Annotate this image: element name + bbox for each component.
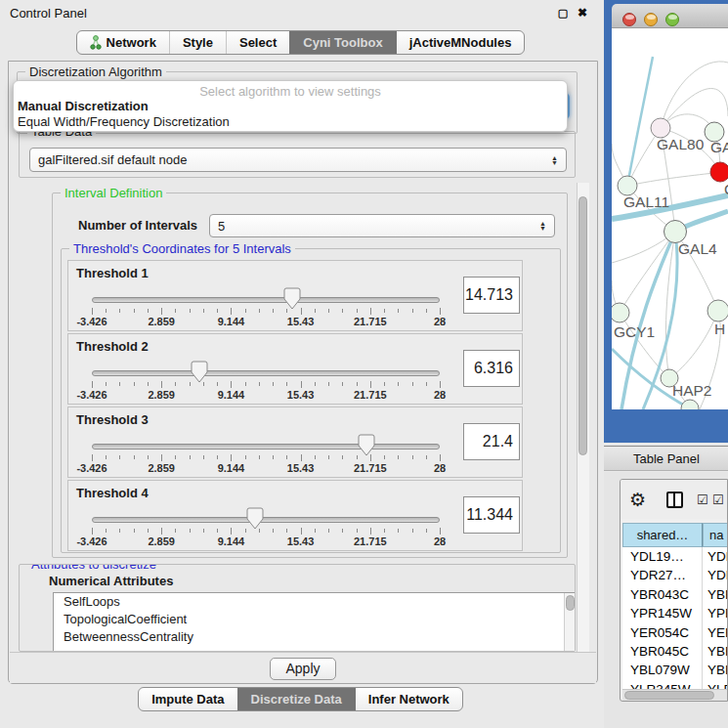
table-row[interactable]: YBR045C YBR0	[622, 642, 728, 661]
table-row[interactable]: YLR345W YLR3	[622, 680, 728, 689]
cell-name[interactable]: YBR0	[703, 585, 728, 604]
tab-select[interactable]: Select	[226, 31, 289, 54]
float-window-icon[interactable]: ▢	[555, 5, 571, 21]
tick-mark	[190, 309, 191, 313]
apply-button[interactable]: Apply	[270, 658, 336, 680]
tick-mark	[301, 381, 302, 388]
scrollbar-thumb[interactable]	[566, 595, 575, 611]
gear-icon[interactable]: ⚙	[629, 489, 646, 511]
settings-scrollbar[interactable]	[577, 183, 589, 652]
columns-icon[interactable]	[666, 492, 683, 508]
slider-track[interactable]	[92, 297, 440, 303]
slider-track[interactable]	[92, 370, 440, 376]
tab-infer-network[interactable]: Infer Network	[355, 688, 462, 710]
cell-name[interactable]: YPR1	[703, 604, 728, 622]
network-view-window: GAL80GACGAL11GAL4GCY1HHAP2	[604, 0, 728, 443]
cell-shared-name[interactable]: YBR045C	[622, 642, 703, 661]
cell-shared-name[interactable]: YPR145W	[622, 604, 703, 622]
checkbox-icon[interactable]: ☑	[712, 492, 724, 507]
slider-thumb-icon[interactable]	[191, 361, 208, 383]
table-row[interactable]: YBR043C YBR0	[622, 585, 728, 604]
cell-name[interactable]: YBL0	[703, 661, 728, 679]
table-row[interactable]: YER054C YER0	[622, 623, 728, 642]
table-horizontal-scrollbar[interactable]	[622, 689, 728, 701]
cell-name[interactable]: YBR0	[703, 642, 728, 661]
attributes-listbox[interactable]: SelfLoops TopologicalCoefficient Between…	[53, 592, 576, 652]
tab-discretize-data[interactable]: Discretize Data	[237, 688, 355, 710]
tick-mark	[328, 309, 329, 313]
cell-name[interactable]: YDR2	[703, 566, 728, 584]
tick-mark	[148, 309, 149, 313]
slider-thumb-icon[interactable]	[246, 507, 264, 530]
slider-track[interactable]	[92, 444, 440, 450]
list-item[interactable]: TopologicalCoefficient	[54, 611, 576, 628]
list-item[interactable]: BetweennessCentrality	[54, 628, 576, 646]
list-scrollbar[interactable]	[564, 593, 576, 652]
cell-shared-name[interactable]: YDR27…	[622, 566, 703, 584]
close-traffic-light-icon[interactable]	[622, 13, 636, 26]
cell-shared-name[interactable]: YBL079W	[622, 661, 703, 679]
tab-jactivemnodules[interactable]: jActiveMNodules	[396, 31, 525, 54]
network-node[interactable]	[710, 162, 728, 182]
cell-shared-name[interactable]: YER054C	[622, 623, 703, 642]
cell-name[interactable]: YER0	[703, 623, 728, 642]
group-title: Interval Definition	[61, 186, 166, 200]
tick-mark	[301, 528, 302, 535]
slider-thumb-icon[interactable]	[283, 287, 301, 310]
threshold-value-field[interactable]: 21.4	[463, 423, 520, 460]
threshold-slider[interactable]: -3.4262.8599.14415.4321.71528	[92, 407, 440, 479]
table-row[interactable]: YBL079W YBL0	[622, 661, 728, 679]
column-header-shared-name[interactable]: shared…	[622, 523, 703, 547]
threshold-value-field[interactable]: 11.344	[463, 496, 520, 534]
dropdown-option-manual[interactable]: Manual Discretization	[14, 99, 567, 114]
close-window-icon[interactable]: ✖	[575, 5, 590, 21]
threshold-slider[interactable]: -3.4262.8599.14415.4321.71528	[92, 334, 440, 406]
tick-mark	[357, 382, 358, 386]
column-header-name[interactable]: na	[703, 523, 728, 547]
threshold-value-field[interactable]: 14.713	[463, 277, 520, 314]
tab-style[interactable]: Style	[169, 31, 226, 54]
threshold-value-field[interactable]: 6.316	[463, 350, 520, 387]
interval-definition-group: Interval Definition Number of Intervals …	[52, 193, 568, 558]
table-row[interactable]: YDL19… YDL1	[622, 547, 728, 566]
network-node[interactable]	[681, 400, 699, 409]
tick-mark	[119, 455, 120, 459]
threshold-slider[interactable]: -3.4262.8599.14415.4321.71528	[92, 481, 440, 552]
network-node[interactable]	[612, 303, 629, 322]
network-window-titlebar[interactable]	[612, 4, 728, 28]
tab-network[interactable]: Network	[77, 31, 169, 54]
cell-shared-name[interactable]: YBR043C	[622, 585, 703, 604]
cell-shared-name[interactable]: YLR345W	[622, 680, 703, 689]
cell-name[interactable]: YDL1	[703, 547, 728, 566]
tick-mark	[342, 309, 343, 313]
tab-cyni-toolbox[interactable]: Cyni Toolbox	[289, 31, 395, 54]
tick-mark	[301, 454, 302, 461]
minimize-traffic-light-icon[interactable]	[644, 13, 658, 26]
cell-shared-name[interactable]: YDL19…	[622, 547, 703, 566]
tick-label: -3.426	[76, 462, 107, 474]
scrollbar-thumb[interactable]	[624, 691, 714, 700]
network-canvas[interactable]: GAL80GACGAL11GAL4GCY1HHAP2	[612, 28, 728, 409]
table-row[interactable]: YPR145W YPR1	[622, 604, 728, 622]
tick-mark	[92, 528, 93, 535]
network-node[interactable]	[618, 176, 637, 195]
network-node[interactable]	[651, 118, 670, 138]
cell-name[interactable]: YLR3	[703, 680, 728, 689]
number-of-intervals-combobox[interactable]: 5 ▲▼	[209, 214, 555, 237]
threshold-slider[interactable]: -3.4262.8599.14415.4321.71528	[92, 261, 440, 332]
table-data-combobox[interactable]: galFiltered.sif default node ▲▼	[29, 148, 567, 172]
tab-impute-data[interactable]: Impute Data	[139, 688, 236, 710]
list-item[interactable]: SelfLoops	[54, 593, 576, 611]
tick-label: 21.715	[354, 316, 387, 327]
checkbox-icon[interactable]: ☑	[697, 492, 708, 507]
node-label: H	[714, 321, 725, 337]
tick-mark	[175, 529, 176, 533]
dropdown-option-equal-width[interactable]: Equal Width/Frequency Discretization	[14, 114, 567, 130]
slider-thumb-icon[interactable]	[358, 434, 375, 456]
slider-track[interactable]	[92, 517, 440, 523]
zoom-traffic-light-icon[interactable]	[665, 13, 679, 26]
table-row[interactable]: YDR27… YDR2	[622, 566, 728, 584]
scrollbar-thumb[interactable]	[578, 196, 587, 455]
network-node[interactable]	[707, 300, 728, 321]
spinner-arrows-icon: ▲▼	[551, 155, 558, 165]
